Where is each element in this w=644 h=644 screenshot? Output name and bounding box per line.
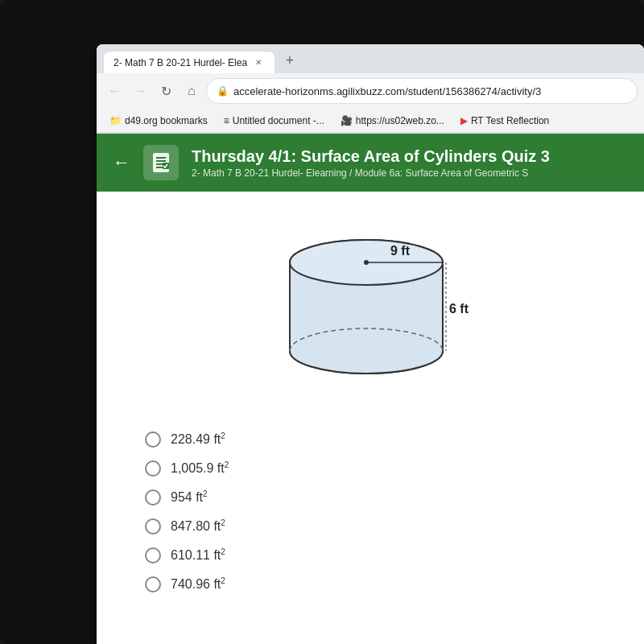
url-text: accelerate-horizonms.agilixbuzz.com/stud…	[233, 85, 541, 97]
address-bar[interactable]: 🔒 accelerate-horizonms.agilixbuzz.com/st…	[206, 78, 638, 104]
choice-e-text: 610.11 ft2	[171, 547, 225, 563]
choice-f[interactable]: 740.96 ft2	[145, 570, 612, 599]
page-content: ← Thursday 4/1: Surface Area of Cylinder…	[97, 134, 644, 644]
choice-d-text: 847.80 ft2	[171, 518, 225, 534]
tab-bar: 2- Math 7 B 20-21 Hurdel- Elea ✕ +	[97, 44, 644, 73]
radio-b[interactable]	[145, 460, 161, 477]
question-area: 9 ft 6 ft	[97, 192, 644, 417]
browser-chrome: 2- Math 7 B 20-21 Hurdel- Elea ✕ + ← → ↻…	[97, 44, 644, 134]
bookmark-untitled[interactable]: ≡ Untitled document -...	[217, 114, 331, 128]
address-bar-area: ← → ↻ ⌂ 🔒 accelerate-horizonms.agilixbuz…	[97, 73, 644, 109]
course-title: Thursday 4/1: Surface Area of Cylinders …	[192, 147, 628, 166]
bookmark-untitled-label: Untitled document -...	[233, 115, 324, 126]
bookmark-rt-icon: ▶	[460, 115, 468, 126]
radio-c[interactable]	[145, 489, 161, 506]
svg-text:6 ft: 6 ft	[449, 302, 469, 316]
course-info: Thursday 4/1: Surface Area of Cylinders …	[192, 147, 628, 179]
bookmarks-bar: 📁 d49.org bookmarks ≡ Untitled document …	[97, 109, 644, 133]
bookmark-rt-label: RT Test Reflection	[471, 115, 549, 126]
tab-close-button[interactable]: ✕	[252, 56, 265, 69]
radio-d[interactable]	[145, 518, 161, 535]
course-subtitle: 2- Math 7 B 20-21 Hurdel- Elearning / Mo…	[192, 167, 628, 179]
answer-choices: 228.49 ft2 1,005.9 ft2 954 ft2 847.80 ft…	[97, 417, 644, 615]
home-button[interactable]: ⌂	[180, 80, 203, 102]
choice-a[interactable]: 228.49 ft2	[145, 425, 612, 454]
choice-f-text: 740.96 ft2	[171, 576, 225, 592]
course-back-button[interactable]: ←	[113, 152, 130, 173]
choice-b-text: 1,005.9 ft2	[171, 460, 229, 476]
radio-a[interactable]	[145, 431, 161, 448]
new-tab-button[interactable]: +	[279, 49, 301, 72]
bookmark-rt-test[interactable]: ▶ RT Test Reflection	[454, 114, 555, 128]
bookmark-zoom-icon: 🎥	[341, 115, 353, 126]
radio-e[interactable]	[145, 547, 161, 564]
forward-navigation-button[interactable]: →	[129, 80, 151, 102]
cylinder-diagram: 9 ft 6 ft	[233, 224, 507, 385]
bookmark-doc-icon: ≡	[224, 115, 229, 126]
choice-c[interactable]: 954 ft2	[145, 483, 612, 512]
active-tab[interactable]: 2- Math 7 B 20-21 Hurdel- Elea ✕	[103, 51, 275, 73]
choice-d[interactable]: 847.80 ft2	[145, 512, 612, 541]
cylinder-svg: 9 ft 6 ft	[242, 226, 499, 383]
course-header: ← Thursday 4/1: Surface Area of Cylinder…	[97, 134, 644, 192]
choice-a-text: 228.49 ft2	[171, 431, 225, 447]
radio-f[interactable]	[145, 576, 161, 592]
refresh-button[interactable]: ↻	[155, 80, 177, 102]
svg-text:9 ft: 9 ft	[390, 244, 411, 258]
choice-b[interactable]: 1,005.9 ft2	[145, 454, 612, 483]
choice-c-text: 954 ft2	[171, 489, 208, 505]
tab-title: 2- Math 7 B 20-21 Hurdel- Elea	[114, 57, 247, 68]
choice-e[interactable]: 610.11 ft2	[145, 541, 612, 570]
browser-window: 2- Math 7 B 20-21 Hurdel- Elea ✕ + ← → ↻…	[97, 44, 644, 644]
bookmark-zoom-label: https://us02web.zo...	[356, 115, 444, 126]
course-icon	[143, 145, 179, 180]
bookmark-zoom[interactable]: 🎥 https://us02web.zo...	[334, 114, 451, 128]
back-navigation-button[interactable]: ←	[103, 80, 126, 102]
lock-icon: 🔒	[217, 85, 229, 97]
bookmark-d49-label: d49.org bookmarks	[125, 115, 208, 126]
bookmark-d49[interactable]: 📁 d49.org bookmarks	[103, 114, 214, 128]
bookmark-folder-icon: 📁	[109, 115, 122, 126]
